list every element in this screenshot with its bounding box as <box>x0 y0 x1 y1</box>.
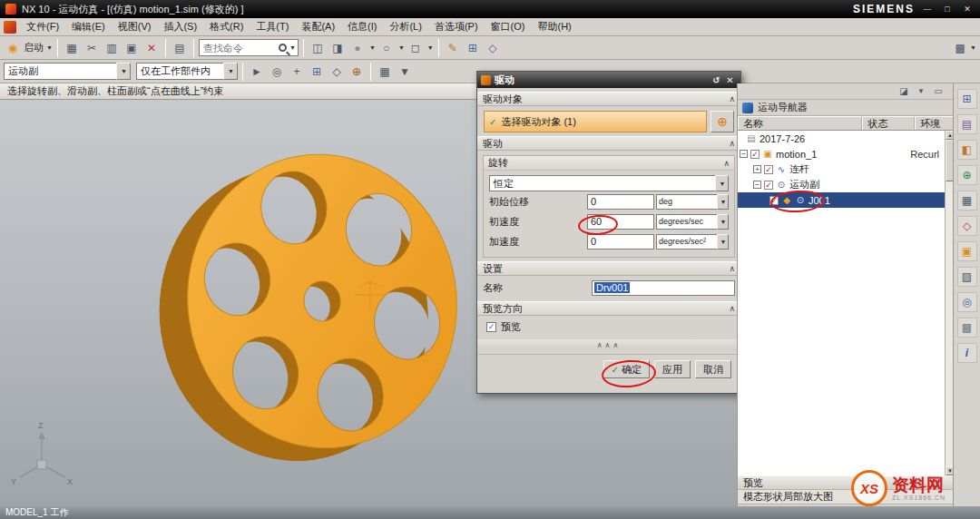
select-drive-object-field[interactable]: ✓ 选择驱动对象 (1) <box>484 111 707 132</box>
menu-window[interactable]: 窗口(O) <box>485 18 532 35</box>
shaded-style-dropdown-icon[interactable]: ▼ <box>369 44 376 51</box>
joint-filter-dropdown-icon[interactable]: ▼ <box>116 63 131 80</box>
part-navigator-icon[interactable]: ◧ <box>957 140 977 160</box>
sketch-icon[interactable]: ✎ <box>444 39 462 57</box>
initial-velocity-unit-combo[interactable]: degrees/sec ▼ <box>656 214 729 230</box>
dialog-close-icon[interactable]: ✕ <box>723 73 737 86</box>
tree-row-joints[interactable]: − ✓ ⊙ 运动副 <box>738 177 945 192</box>
search-input[interactable] <box>201 42 279 54</box>
expand-icon[interactable]: − <box>740 150 748 158</box>
constraint-navigator-icon[interactable]: ▤ <box>957 114 977 134</box>
column-name[interactable]: 名称 <box>738 116 862 130</box>
snap-circle-icon[interactable]: ◎ <box>268 63 286 81</box>
joint-type-filter-combo[interactable]: 运动副 ▼ <box>4 63 131 80</box>
point-constructor-button[interactable]: ⊕ <box>710 111 734 132</box>
profile-combo[interactable]: 恒定 ▼ <box>489 175 729 191</box>
section-drive-object[interactable]: 驱动对象 ∧ <box>477 92 740 106</box>
menu-insert[interactable]: 插入(S) <box>157 18 203 35</box>
section-preview-direction[interactable]: 预览方向 ∧ <box>477 301 740 316</box>
selection-scope-combo[interactable]: 仅在工作部件内 ▼ <box>136 63 238 80</box>
collapse-icon[interactable]: ∧ <box>729 264 735 273</box>
collapse-icon[interactable]: ∧ <box>723 159 730 168</box>
view-orient-icon[interactable]: ◨ <box>328 39 347 57</box>
dialog-title-bar[interactable]: 驱动 ↺ ✕ <box>477 72 740 88</box>
motion1-checkbox[interactable]: ✓ <box>750 150 760 159</box>
section-drive[interactable]: 驱动 ∧ <box>477 136 740 151</box>
face-style-icon[interactable]: ◻ <box>407 39 425 57</box>
profile-dropdown-icon[interactable]: ▼ <box>715 175 729 191</box>
menu-file[interactable]: 文件(F) <box>20 18 65 35</box>
unit-dropdown-icon[interactable]: ▼ <box>717 214 729 230</box>
snap-midpoint-icon[interactable]: ◇ <box>328 63 346 81</box>
datum-icon[interactable]: ⊞ <box>464 39 482 57</box>
collapse-icon[interactable]: ∧ <box>729 304 735 313</box>
cut-icon[interactable]: ✂ <box>83 39 101 57</box>
menu-preferences[interactable]: 首选项(P) <box>428 18 485 35</box>
navigator-dropdown-icon[interactable]: ▼ <box>914 84 928 99</box>
hd3d-tools-icon[interactable]: ▦ <box>957 191 977 211</box>
manage-icon[interactable]: ◎ <box>957 292 977 312</box>
paste-icon[interactable]: ▣ <box>122 39 141 57</box>
menu-help[interactable]: 帮助(H) <box>531 18 577 35</box>
preview-checkbox[interactable]: ✓ <box>486 322 496 332</box>
initial-displacement-input[interactable]: 0 <box>587 194 654 210</box>
save-icon[interactable]: ▦ <box>63 39 81 57</box>
delete-icon[interactable]: ✕ <box>142 39 161 57</box>
acceleration-input[interactable]: 0 <box>587 234 654 250</box>
more-options-icon[interactable]: ▼ <box>396 63 414 81</box>
menu-format[interactable]: 格式(R) <box>203 18 250 35</box>
scene-dropdown-icon[interactable]: ▼ <box>970 44 976 51</box>
history-icon[interactable]: ▣ <box>957 241 977 261</box>
snap-center-icon[interactable]: ⊕ <box>348 63 366 81</box>
navigator-dock-icon[interactable]: ◪ <box>897 84 911 99</box>
expand-icon[interactable]: − <box>753 181 761 189</box>
info-icon[interactable]: i <box>957 343 977 363</box>
tree-row-date[interactable]: ▤ 2017-7-26 <box>738 131 945 146</box>
section-rotation[interactable]: 旋转 ∧ <box>484 156 734 171</box>
web-browser-icon[interactable]: ◇ <box>957 216 977 236</box>
unit-dropdown-icon[interactable]: ▼ <box>717 234 729 250</box>
dialog-sash[interactable]: ∧∧∧ <box>477 339 740 350</box>
expand-icon[interactable]: + <box>753 165 761 173</box>
collapse-icon[interactable]: ∧ <box>729 94 735 103</box>
menu-information[interactable]: 信息(I) <box>341 18 383 35</box>
snap-grid-icon[interactable]: ⊞ <box>308 63 326 81</box>
tree-row-motion1[interactable]: − ✓ ▣ motion_1 Recurl <box>738 146 945 162</box>
menu-edit[interactable]: 编辑(E) <box>65 18 112 35</box>
select-filter-icon[interactable]: ► <box>248 63 266 81</box>
wireframe-style-dropdown-icon[interactable]: ▼ <box>398 44 405 51</box>
cancel-button[interactable]: 取消 <box>695 360 731 378</box>
face-style-dropdown-icon[interactable]: ▼ <box>427 44 434 51</box>
column-status[interactable]: 状态 <box>862 116 915 130</box>
minimize-icon[interactable]: — <box>920 4 935 15</box>
name-input[interactable]: Drv001 <box>592 280 735 296</box>
grid-icon[interactable]: ▦ <box>376 63 394 81</box>
measure-icon[interactable]: ◇ <box>484 39 502 57</box>
menu-tools[interactable]: 工具(T) <box>250 18 295 35</box>
maximize-icon[interactable]: □ <box>940 4 955 15</box>
close-icon[interactable]: ✕ <box>960 4 975 15</box>
search-icon[interactable] <box>279 44 287 52</box>
copy-icon[interactable]: ▥ <box>103 39 121 57</box>
start-dropdown-icon[interactable]: ▼ <box>46 44 53 51</box>
menu-view[interactable]: 视图(V) <box>112 18 158 35</box>
print-icon[interactable]: ▤ <box>171 39 189 57</box>
navigator-minimize-icon[interactable]: ▭ <box>931 84 946 99</box>
column-environment[interactable]: 环境 <box>915 116 953 130</box>
wireframe-style-icon[interactable]: ○ <box>377 39 396 57</box>
tree-row-j001[interactable]: ✓ ◆ ⊙ J001 <box>738 192 945 208</box>
joints-checkbox[interactable]: ✓ <box>764 181 773 190</box>
start-icon[interactable]: ◉ <box>4 39 22 57</box>
dialog-reset-icon[interactable]: ↺ <box>710 73 723 86</box>
menu-assembly[interactable]: 装配(A) <box>295 18 341 35</box>
unit-dropdown-icon[interactable]: ▼ <box>717 194 729 210</box>
links-checkbox[interactable]: ✓ <box>764 165 773 174</box>
process-studio-icon[interactable]: ▨ <box>957 267 977 287</box>
tree-row-links[interactable]: + ✓ ∿ 连杆 <box>738 162 945 177</box>
window-layout-icon[interactable]: ◫ <box>309 39 327 57</box>
acceleration-unit-combo[interactable]: degrees/sec² ▼ <box>656 234 729 250</box>
initial-displacement-unit-combo[interactable]: deg ▼ <box>656 194 729 210</box>
collapse-icon[interactable]: ∧ <box>729 139 735 148</box>
shaded-style-icon[interactable]: ● <box>348 39 367 57</box>
scope-dropdown-icon[interactable]: ▼ <box>223 63 238 80</box>
